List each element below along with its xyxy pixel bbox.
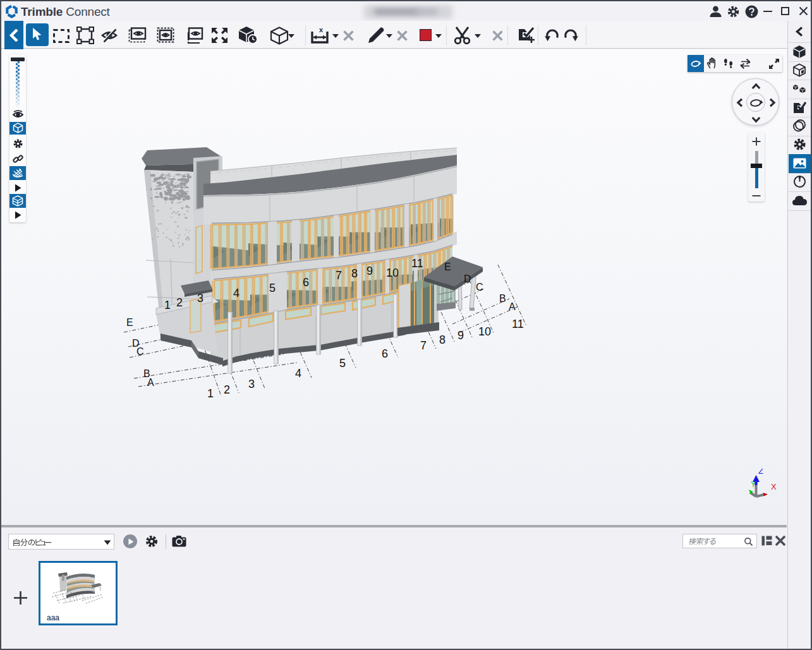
svg-text:3: 3 xyxy=(248,378,255,390)
svg-text:E: E xyxy=(444,262,451,272)
svg-text:8: 8 xyxy=(439,334,445,346)
svg-text:5: 5 xyxy=(269,282,276,294)
svg-text:Z: Z xyxy=(758,469,763,476)
svg-text:Y: Y xyxy=(751,480,756,489)
svg-text:x: x xyxy=(319,27,324,33)
svg-text:11: 11 xyxy=(512,318,524,330)
svg-text:2: 2 xyxy=(224,383,230,396)
svg-text:4: 4 xyxy=(233,287,239,299)
svg-text:9: 9 xyxy=(367,265,373,277)
svg-text:D: D xyxy=(464,274,471,284)
svg-text:E: E xyxy=(126,317,133,328)
svg-text:X: X xyxy=(771,482,777,491)
svg-text:9: 9 xyxy=(458,329,464,342)
svg-text:A: A xyxy=(147,377,154,388)
svg-text:6: 6 xyxy=(382,347,388,360)
svg-text:C: C xyxy=(136,346,144,357)
svg-text:C: C xyxy=(476,282,483,292)
svg-text:10: 10 xyxy=(478,325,491,338)
svg-text:2: 2 xyxy=(176,296,183,309)
svg-text:1: 1 xyxy=(164,299,171,311)
svg-text:5: 5 xyxy=(339,357,346,370)
svg-text:7: 7 xyxy=(336,269,342,282)
svg-text:10: 10 xyxy=(386,267,399,279)
svg-text:A: A xyxy=(509,301,516,312)
svg-text:1: 1 xyxy=(207,387,214,400)
svg-text:7: 7 xyxy=(420,339,427,352)
svg-text:B: B xyxy=(499,293,506,304)
svg-text:11: 11 xyxy=(411,257,423,270)
svg-text:8: 8 xyxy=(351,267,358,280)
svg-text:3: 3 xyxy=(197,292,203,304)
svg-text:6: 6 xyxy=(303,276,309,289)
svg-text:4: 4 xyxy=(295,367,301,380)
